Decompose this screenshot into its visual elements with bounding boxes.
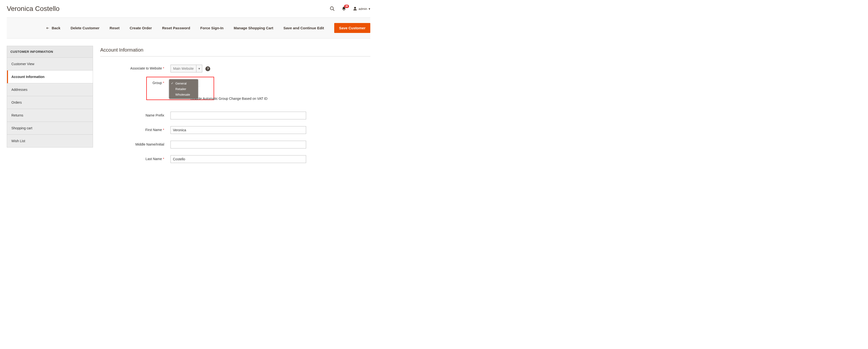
force-signin-button[interactable]: Force Sign-In (200, 26, 223, 30)
sidebar-item-addresses[interactable]: Addresses (7, 83, 93, 96)
required-mark: * (163, 66, 164, 70)
last-name-label: Last Name* (100, 155, 170, 161)
row-last-name: Last Name* (100, 155, 370, 163)
svg-line-1 (333, 9, 334, 11)
associate-website-select[interactable]: Main Website ▾ (170, 65, 202, 72)
group-auto-change-label: Disable Automatic Group Change Based on … (191, 97, 268, 100)
associate-website-value: Main Website (171, 67, 196, 70)
group-option-retailer[interactable]: Retailer (169, 86, 198, 92)
main: Account Information Associate to Website… (100, 46, 370, 163)
top-icons: 38 admin ▾ (330, 6, 370, 11)
first-name-label: First Name* (100, 126, 170, 132)
notifications-badge: 38 (344, 5, 349, 8)
page-title: Veronica Costello (7, 5, 60, 12)
middle-name-input[interactable] (170, 141, 306, 149)
name-prefix-label: Name Prefix (100, 112, 170, 117)
required-mark: * (163, 128, 164, 132)
reset-password-button[interactable]: Reset Password (162, 26, 190, 30)
first-name-input[interactable] (170, 126, 306, 134)
sidebar-item-customer-view[interactable]: Customer View (7, 58, 93, 70)
section-title: Account Information (100, 47, 370, 57)
name-prefix-input[interactable] (170, 112, 306, 119)
sidebar-item-returns[interactable]: Returns (7, 109, 93, 122)
sidebar-item-orders[interactable]: Orders (7, 96, 93, 109)
delete-customer-button[interactable]: Delete Customer (70, 26, 99, 30)
help-icon[interactable]: ? (206, 66, 210, 71)
sidebar-item-wish-list[interactable]: Wish List (7, 135, 93, 148)
last-name-input[interactable] (170, 155, 306, 163)
content-columns: CUSTOMER INFORMATION Customer View Accou… (7, 46, 370, 163)
chevron-down-icon: ▾ (196, 65, 202, 72)
admin-user-label: admin (359, 7, 367, 11)
group-control: General ▾ General Retailer Wholesale Dis… (170, 79, 306, 100)
group-label: Group* (100, 79, 170, 85)
required-mark: * (163, 157, 164, 161)
reset-button[interactable]: Reset (110, 26, 120, 30)
sidebar-item-account-information[interactable]: Account Information (7, 70, 93, 83)
back-label: Back (52, 26, 61, 30)
notifications-icon[interactable]: 38 (341, 6, 347, 11)
middle-name-label: Middle Name/Initial (100, 141, 170, 146)
create-order-button[interactable]: Create Order (130, 26, 152, 30)
row-associate-website: Associate to Website* Main Website ▾ ? (100, 65, 370, 72)
group-option-wholesale[interactable]: Wholesale (169, 92, 198, 97)
admin-user-menu[interactable]: admin ▾ (353, 6, 370, 11)
search-icon[interactable] (330, 6, 335, 11)
save-customer-button[interactable]: Save Customer (334, 23, 370, 33)
sidebar-title: CUSTOMER INFORMATION (7, 46, 93, 58)
back-button[interactable]: Back (45, 26, 61, 30)
actionbar: Back Delete Customer Reset Create Order … (7, 18, 370, 38)
row-first-name: First Name* (100, 126, 370, 134)
required-mark: * (163, 81, 164, 85)
associate-website-control: Main Website ▾ ? (170, 65, 306, 72)
svg-point-0 (330, 7, 333, 10)
sidebar: CUSTOMER INFORMATION Customer View Accou… (7, 46, 93, 148)
save-continue-button[interactable]: Save and Continue Edit (283, 26, 324, 30)
row-name-prefix: Name Prefix (100, 112, 370, 119)
row-middle-name: Middle Name/Initial (100, 141, 370, 149)
row-group: Group* General ▾ General Retailer Wholes… (100, 79, 370, 100)
manage-cart-button[interactable]: Manage Shopping Cart (234, 26, 273, 30)
associate-website-label: Associate to Website* (100, 65, 170, 70)
caret-down-icon: ▾ (369, 7, 370, 11)
group-option-general[interactable]: General (169, 81, 198, 86)
topbar: Veronica Costello 38 admin ▾ (7, 3, 370, 18)
sidebar-item-shopping-cart[interactable]: Shopping cart (7, 122, 93, 135)
group-dropdown: General Retailer Wholesale (169, 79, 198, 99)
